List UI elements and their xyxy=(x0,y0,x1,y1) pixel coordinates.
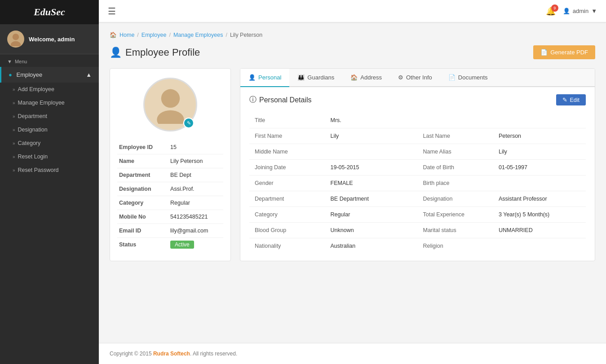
detail-table: Title Mrs. First Name Lily Last Name Pet… xyxy=(249,113,586,254)
sidebar-item-department[interactable]: » Department xyxy=(0,110,99,123)
documents-icon: 📄 xyxy=(448,74,456,81)
hamburger-icon[interactable]: ☰ xyxy=(108,6,116,17)
profile-info-table: Employee ID 15 Name Lily Peterson Depart… xyxy=(117,140,223,251)
detail-label2: Designation xyxy=(417,191,493,207)
admin-menu-button[interactable]: 👤 admin ▼ xyxy=(563,8,597,14)
address-icon: 🏠 xyxy=(350,74,358,81)
svg-point-0 xyxy=(13,34,19,40)
detail-row: Middle Name Name Alias Lily xyxy=(249,144,586,160)
breadcrumb-sep3: / xyxy=(226,32,227,38)
status-value: Active xyxy=(166,238,223,252)
svg-point-3 xyxy=(157,110,184,123)
detail-label: Category xyxy=(249,207,325,223)
dept-label: Department xyxy=(117,168,166,182)
profile-photo: ✎ xyxy=(143,78,197,132)
detail-label2: Name Alias xyxy=(417,144,493,160)
name-value: Lily Peterson xyxy=(166,154,223,168)
sidebar-item-add-employee[interactable]: » Add Employee xyxy=(0,83,99,96)
guardians-icon: 👪 xyxy=(297,74,305,81)
breadcrumb-employee[interactable]: Employee xyxy=(142,32,167,38)
designation-value: Assi.Prof. xyxy=(166,182,223,196)
avatar xyxy=(7,31,24,48)
tab-documents[interactable]: 📄 Documents xyxy=(440,69,496,87)
sidebar: EduSec Welcome, admin ▼ Menu ● Employee … xyxy=(0,0,99,364)
sidebar-item-manage-employee[interactable]: » Manage Employee xyxy=(0,96,99,110)
notification-button[interactable]: 🔔 9 xyxy=(546,6,556,16)
tab-other-info[interactable]: ⚙ Other Info xyxy=(390,69,440,87)
detail-label: Joining Date xyxy=(249,160,325,175)
arrow-icon: » xyxy=(13,101,15,105)
detail-value2: UNMARRIED xyxy=(493,223,586,238)
status-badge: Active xyxy=(170,241,194,249)
profile-row-name: Name Lily Peterson xyxy=(117,154,223,168)
detail-label2: Total Experience xyxy=(417,207,493,223)
tab-guardians[interactable]: 👪 Guardians xyxy=(289,69,342,87)
footer-brand-link[interactable]: Rudra Softech xyxy=(153,351,190,357)
notification-badge: 9 xyxy=(551,4,558,12)
employee-id-value: 15 xyxy=(166,140,223,154)
breadcrumb-home[interactable]: Home xyxy=(119,32,134,38)
sidebar-user: Welcome, admin xyxy=(0,24,99,54)
tab-address[interactable]: 🏠 Address xyxy=(342,69,390,87)
detail-value: Mrs. xyxy=(325,113,418,128)
content-area: 🏠 Home / Employee / Manage Employees / L… xyxy=(99,22,606,343)
page-title: 👤 Employee Profile xyxy=(110,47,200,58)
profile-row-email: Email ID lily@gmail.com xyxy=(117,224,223,238)
generate-pdf-button[interactable]: 📄 Generate PDF xyxy=(533,45,595,59)
category-label: Category xyxy=(117,196,166,210)
profile-row-category: Category Regular xyxy=(117,196,223,210)
detail-row: Blood Group Unknown Marital status UNMAR… xyxy=(249,223,586,238)
detail-value: 19-05-2015 xyxy=(325,160,418,175)
arrow-icon: » xyxy=(13,154,15,159)
profile-row-id: Employee ID 15 xyxy=(117,140,223,154)
svg-point-2 xyxy=(161,89,180,108)
edit-icon: ✎ xyxy=(562,96,567,103)
detail-label2: Last Name xyxy=(417,128,493,144)
mobile-value: 541235485221 xyxy=(166,210,223,224)
info-icon: ⓘ xyxy=(249,95,257,105)
user-icon: 👤 xyxy=(110,47,122,58)
user-circle-icon: ● xyxy=(9,71,12,78)
detail-row: Department BE Department Designation Ass… xyxy=(249,191,586,207)
sidebar-item-category[interactable]: » Category xyxy=(0,136,99,150)
admin-label: admin xyxy=(573,8,588,14)
sidebar-item-reset-login[interactable]: » Reset Login xyxy=(0,150,99,163)
sidebar-section-employee[interactable]: ● Employee ▲ xyxy=(0,67,99,83)
arrow-icon: » xyxy=(13,87,15,92)
detail-label: Blood Group xyxy=(249,223,325,238)
detail-label2: Religion xyxy=(417,238,493,254)
detail-value2: 3 Year(s) 5 Month(s) xyxy=(493,207,586,223)
profile-photo-container: ✎ xyxy=(117,78,223,132)
sidebar-item-reset-password[interactable]: » Reset Password xyxy=(0,163,99,177)
arrow-icon: » xyxy=(13,141,15,146)
detail-row: Category Regular Total Experience 3 Year… xyxy=(249,207,586,223)
detail-row: Nationality Australian Religion xyxy=(249,238,586,254)
detail-value2: Assistant Professor xyxy=(493,191,586,207)
detail-value2 xyxy=(493,238,586,254)
personal-icon: 👤 xyxy=(248,74,256,81)
profile-layout: ✎ Employee ID 15 Name Lily Peterson Depa… xyxy=(110,68,595,261)
topbar-left: ☰ xyxy=(108,6,116,17)
profile-details: 👤 Personal 👪 Guardians 🏠 Address ⚙ Other… xyxy=(240,68,595,261)
detail-row: Title Mrs. xyxy=(249,113,586,128)
email-label: Email ID xyxy=(117,224,166,238)
detail-value: FEMALE xyxy=(325,175,418,191)
breadcrumb-sep1: / xyxy=(137,32,138,38)
status-label: Status xyxy=(117,238,166,252)
breadcrumb-sep2: / xyxy=(169,32,170,38)
detail-label: First Name xyxy=(249,128,325,144)
detail-value2: Lily xyxy=(493,144,586,160)
section-title: ⓘ Personal Details xyxy=(249,95,312,105)
tab-personal[interactable]: 👤 Personal xyxy=(240,69,289,87)
name-label: Name xyxy=(117,154,166,168)
designation-label: Designation xyxy=(117,182,166,196)
detail-value: Unknown xyxy=(325,223,418,238)
edit-button[interactable]: ✎ Edit xyxy=(556,94,586,105)
sidebar-item-designation[interactable]: » Designation xyxy=(0,123,99,136)
breadcrumb-manage-employees[interactable]: Manage Employees xyxy=(173,32,223,38)
detail-value2: 01-05-1997 xyxy=(493,160,586,175)
detail-label2: Date of Birth xyxy=(417,160,493,175)
menu-label: ▼ Menu xyxy=(0,54,99,67)
detail-label: Department xyxy=(249,191,325,207)
edit-photo-button[interactable]: ✎ xyxy=(183,118,194,128)
